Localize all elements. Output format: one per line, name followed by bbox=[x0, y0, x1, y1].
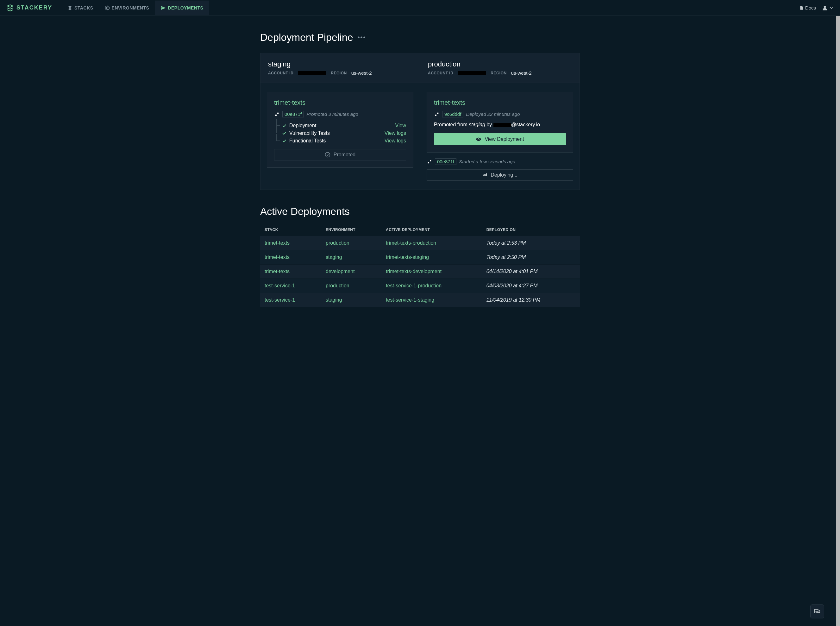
file-icon bbox=[799, 6, 804, 10]
user-icon bbox=[822, 5, 828, 11]
user-redacted bbox=[493, 123, 511, 127]
svg-point-1 bbox=[824, 6, 826, 8]
check-row: Functional TestsView logs bbox=[275, 137, 406, 145]
commit-meta: Promoted 3 minutes ago bbox=[307, 111, 358, 117]
check-row: DeploymentView bbox=[275, 122, 406, 130]
promoted-from-text: Promoted from staging by @stackery.io bbox=[434, 122, 566, 128]
check-link[interactable]: View logs bbox=[385, 130, 406, 136]
th-env: ENVIRONMENT bbox=[321, 224, 382, 236]
env-link[interactable]: production bbox=[321, 236, 382, 250]
column-meta: ACCOUNT ID REGION us-west-2 bbox=[268, 70, 412, 76]
table-row[interactable]: trimet-textsproductiontrimet-texts-produ… bbox=[260, 236, 580, 250]
th-stack: STACK bbox=[260, 224, 321, 236]
chevron-down-icon bbox=[829, 6, 834, 10]
check-label: Vulnerability Tests bbox=[289, 130, 330, 136]
pipeline-column-staging: staging ACCOUNT ID REGION us-west-2 trim… bbox=[260, 53, 420, 189]
active-deployments-table: STACK ENVIRONMENT ACTIVE DEPLOYMENT DEPL… bbox=[260, 224, 580, 307]
pipeline: staging ACCOUNT ID REGION us-west-2 trim… bbox=[260, 53, 580, 190]
tab-environments[interactable]: ENVIRONMENTS bbox=[99, 1, 155, 15]
svg-rect-4 bbox=[484, 174, 485, 176]
deploy-link[interactable]: trimet-texts-production bbox=[382, 236, 482, 250]
check-icon bbox=[282, 138, 287, 143]
git-branch-icon bbox=[274, 111, 280, 117]
deployed-on: Today at 2:50 PM bbox=[482, 250, 580, 264]
nav-right: Docs bbox=[799, 5, 834, 11]
logo-text: STACKERY bbox=[16, 5, 52, 11]
svg-rect-5 bbox=[485, 174, 486, 176]
chat-icon bbox=[814, 608, 821, 615]
column-header: staging ACCOUNT ID REGION us-west-2 bbox=[260, 53, 420, 83]
page-title: Deployment Pipeline ••• bbox=[260, 32, 580, 43]
th-active: ACTIVE DEPLOYMENT bbox=[382, 224, 482, 236]
column-header: production ACCOUNT ID REGION us-west-2 bbox=[420, 53, 580, 83]
env-link[interactable]: production bbox=[321, 279, 382, 293]
check-row: Vulnerability TestsView logs bbox=[275, 130, 406, 137]
commit-hash[interactable]: 9c6dddf bbox=[442, 111, 463, 117]
account-id-redacted bbox=[298, 71, 326, 75]
stack-link[interactable]: test-service-1 bbox=[260, 293, 321, 307]
deploy-link[interactable]: test-service-1-staging bbox=[382, 293, 482, 307]
card-title[interactable]: trimet-texts bbox=[274, 99, 406, 106]
check-icon bbox=[282, 123, 287, 128]
stack-link[interactable]: trimet-texts bbox=[260, 264, 321, 279]
table-row[interactable]: test-service-1stagingtest-service-1-stag… bbox=[260, 293, 580, 307]
nav-tabs: STACKS ENVIRONMENTS DEPLOYMENTS bbox=[62, 1, 209, 15]
section-title: Active Deployments bbox=[260, 206, 580, 218]
activity-icon bbox=[482, 172, 487, 178]
env-link[interactable]: staging bbox=[321, 250, 382, 264]
card-title[interactable]: trimet-texts bbox=[434, 99, 566, 106]
column-meta: ACCOUNT ID REGION us-west-2 bbox=[428, 70, 572, 76]
account-id-redacted bbox=[458, 71, 486, 75]
chat-button[interactable] bbox=[810, 604, 824, 618]
table-row[interactable]: test-service-1productiontest-service-1-p… bbox=[260, 279, 580, 293]
env-link[interactable]: staging bbox=[321, 293, 382, 307]
table-row[interactable]: trimet-textsdevelopmenttrimet-texts-deve… bbox=[260, 264, 580, 279]
stack-link[interactable]: trimet-texts bbox=[260, 236, 321, 250]
check-link[interactable]: View logs bbox=[385, 138, 406, 144]
pipeline-column-production: production ACCOUNT ID REGION us-west-2 t… bbox=[420, 53, 580, 189]
column-title: production bbox=[428, 60, 572, 68]
eye-icon bbox=[476, 136, 482, 142]
user-menu[interactable] bbox=[822, 5, 834, 11]
check-label: Deployment bbox=[289, 123, 316, 128]
env-link[interactable]: development bbox=[321, 264, 382, 279]
tab-deployments[interactable]: DEPLOYMENTS bbox=[155, 1, 209, 15]
commit-hash[interactable]: 00e871f bbox=[282, 111, 304, 117]
deployed-on: 04/03/2020 at 4:27 PM bbox=[482, 279, 580, 293]
stackery-logo-icon bbox=[6, 4, 14, 12]
globe-icon bbox=[105, 5, 110, 11]
deploying-status: Deploying... bbox=[427, 169, 573, 181]
check-label: Functional Tests bbox=[289, 138, 326, 144]
stack-link[interactable]: trimet-texts bbox=[260, 250, 321, 264]
top-nav: STACKERY STACKS ENVIRONMENTS DEPLOYMENTS… bbox=[0, 0, 840, 16]
send-icon bbox=[161, 5, 166, 11]
commit-hash[interactable]: 00e871f bbox=[435, 158, 457, 165]
check-link[interactable]: View bbox=[395, 123, 406, 128]
check-circle-icon bbox=[325, 152, 330, 158]
check-icon bbox=[282, 131, 287, 136]
deployment-card-staging: trimet-texts 00e871f Promoted 3 minutes … bbox=[267, 92, 413, 168]
tab-stacks[interactable]: STACKS bbox=[62, 1, 99, 15]
more-icon[interactable]: ••• bbox=[358, 34, 366, 41]
commit-row: 00e871f Promoted 3 minutes ago bbox=[274, 111, 406, 117]
commit-meta: Deployed 22 minutes ago bbox=[466, 111, 520, 117]
git-branch-icon bbox=[434, 111, 440, 117]
deploy-link[interactable]: test-service-1-production bbox=[382, 279, 482, 293]
svg-rect-3 bbox=[483, 175, 483, 176]
checks-list: DeploymentViewVulnerability TestsView lo… bbox=[275, 122, 406, 145]
promoted-status: Promoted bbox=[274, 149, 406, 160]
th-deployed: DEPLOYED ON bbox=[482, 224, 580, 236]
scrollbar[interactable] bbox=[836, 16, 840, 626]
git-branch-icon bbox=[427, 159, 432, 164]
commit-row: 9c6dddf Deployed 22 minutes ago bbox=[434, 111, 566, 117]
deploy-link[interactable]: trimet-texts-staging bbox=[382, 250, 482, 264]
inflight-deployment: 00e871f Started a few seconds ago Deploy… bbox=[427, 158, 573, 181]
table-row[interactable]: trimet-textsstagingtrimet-texts-stagingT… bbox=[260, 250, 580, 264]
svg-rect-6 bbox=[486, 174, 487, 176]
commit-row: 00e871f Started a few seconds ago bbox=[427, 158, 573, 165]
view-deployment-button[interactable]: View Deployment bbox=[434, 133, 566, 145]
deploy-link[interactable]: trimet-texts-development bbox=[382, 264, 482, 279]
stack-link[interactable]: test-service-1 bbox=[260, 279, 321, 293]
logo[interactable]: STACKERY bbox=[6, 4, 52, 12]
docs-link[interactable]: Docs bbox=[799, 5, 816, 11]
